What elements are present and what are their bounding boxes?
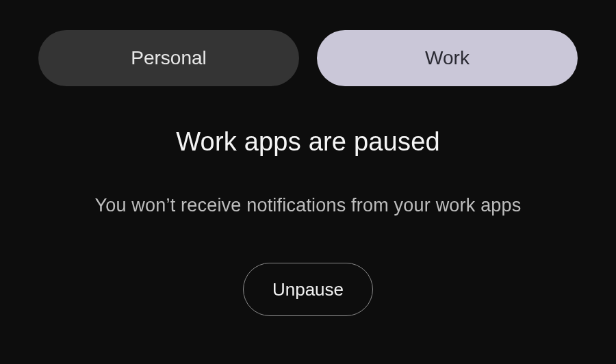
profile-tabs: Personal Work — [0, 0, 616, 86]
unpause-button[interactable]: Unpause — [243, 263, 373, 316]
paused-content: Work apps are paused You won’t receive n… — [0, 86, 616, 316]
paused-heading: Work apps are paused — [176, 127, 440, 157]
paused-subtext: You won’t receive notifications from you… — [95, 195, 522, 216]
tab-work[interactable]: Work — [317, 30, 578, 86]
tab-personal[interactable]: Personal — [38, 30, 299, 86]
